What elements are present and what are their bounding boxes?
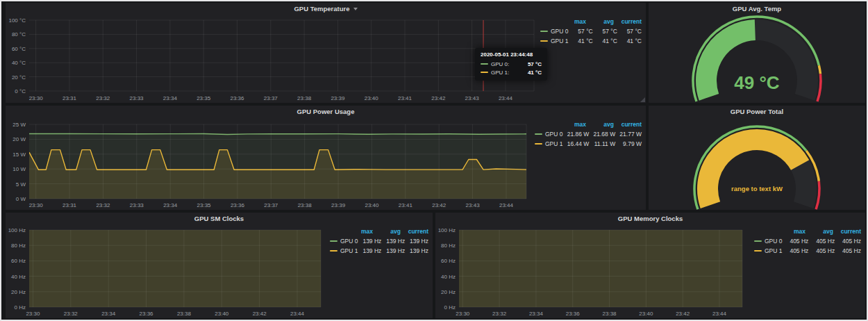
gpu-power-usage-chart[interactable]: 0 W5 W10 W15 W20 W25 W23:3023:3123:3223:…	[6, 117, 532, 210]
panel-resize-handle[interactable]	[640, 97, 645, 102]
legend-series-toggle-gpu-0[interactable]: GPU 0	[532, 131, 563, 138]
y-axis-tick: 100 °C	[8, 17, 26, 24]
legend-stat-current: 405 Hz	[835, 247, 861, 254]
panel-gpu-memory-clocks: GPU Memory Clocks 0 Hz20 Hz40 Hz60 Hz80 …	[435, 213, 865, 318]
x-axis-tick: 23:44	[712, 311, 727, 317]
legend-series-toggle-gpu-0[interactable]: GPU 0	[327, 238, 358, 245]
x-axis-tick: 23:42	[431, 95, 446, 101]
legend-series-name: GPU 0	[551, 28, 569, 35]
x-axis-tick: 23:32	[96, 202, 110, 208]
y-axis-tick: 100 Hz	[438, 227, 456, 233]
series-color-dash-icon	[540, 40, 548, 42]
x-axis-tick: 23:38	[177, 311, 192, 317]
legend-header-max[interactable]: max	[558, 121, 586, 128]
legend-header-row: maxavgcurrent	[751, 227, 861, 236]
panel-title-gpu-power-total[interactable]: GPU Power Total	[649, 106, 865, 117]
series-color-dash-icon	[754, 250, 762, 252]
panel-title-gpu-memory-clocks[interactable]: GPU Memory Clocks	[435, 213, 865, 224]
x-axis-tick: 23:30	[29, 202, 44, 208]
panel-title-gpu-temperature[interactable]: GPU Temperature	[6, 3, 646, 15]
y-axis-tick: 20 W	[12, 136, 26, 142]
legend-row-gpu-0: GPU 057 °C57 °C57 °C	[537, 26, 642, 36]
legend-stat-max: 41 °C	[569, 38, 593, 44]
y-axis-tick: 100 Hz	[8, 227, 26, 233]
panel-gpu-power-usage: GPU Power Usage 0 W5 W10 W15 W20 W25 W23…	[6, 106, 646, 210]
legend-header-current[interactable]: current	[401, 228, 428, 235]
gpu-sm-clocks-chart[interactable]: 0 Hz20 Hz40 Hz60 Hz80 Hz100 Hz23:3023:32…	[6, 224, 327, 318]
y-axis-tick: 20 Hz	[441, 289, 456, 295]
legend-series-name: GPU 0	[340, 238, 358, 245]
legend-stat-avg: 405 Hz	[808, 238, 835, 245]
panel-title-gpu-power-usage[interactable]: GPU Power Usage	[6, 106, 646, 117]
panel-title-text: GPU Temperature	[294, 5, 349, 13]
x-axis-tick: 23:43	[465, 95, 480, 101]
tooltip-series-row: GPU 0:57 °C	[481, 60, 542, 68]
legend-stat-max: 139 Hz	[358, 238, 382, 245]
tooltip-series-name: GPU 1:	[491, 69, 509, 76]
legend-header-max[interactable]: max	[345, 228, 373, 235]
x-axis-tick: 23:42	[253, 311, 267, 317]
legend-series-toggle-gpu-0[interactable]: GPU 0	[751, 238, 783, 245]
tooltip-timestamp: 2020-05-01 23:44:48	[481, 51, 542, 58]
legend-stat-max: 405 Hz	[783, 247, 809, 254]
y-axis-tick: 60 Hz	[11, 258, 26, 264]
legend-header-current[interactable]: current	[614, 121, 642, 128]
series-fill-gpu-1	[459, 224, 742, 307]
gauge-value-text: range to text kW	[731, 185, 783, 192]
series-color-dash-icon	[330, 240, 337, 242]
legend-stat-avg: 405 Hz	[808, 247, 835, 254]
y-axis-tick: 0 Hz	[444, 304, 456, 311]
legend-header-avg[interactable]: avg	[586, 18, 614, 25]
legend-series-toggle-gpu-0[interactable]: GPU 0	[537, 28, 569, 35]
legend-series-toggle-gpu-1[interactable]: GPU 1	[532, 140, 563, 147]
legend-row-gpu-0: GPU 0405 Hz405 Hz405 Hz	[751, 236, 861, 246]
x-axis-tick: 23:41	[398, 95, 412, 101]
legend-header-max[interactable]: max	[778, 228, 806, 235]
series-color-dash-icon	[540, 31, 548, 32]
legend-series-name: GPU 1	[340, 247, 358, 254]
panel-gpu-power-total: GPU Power Total range to text kW	[649, 106, 865, 210]
legend-stat-max: 21.86 W	[563, 131, 590, 138]
gpu-sm-clocks-plot: 0 Hz20 Hz40 Hz60 Hz80 Hz100 Hz23:3023:32…	[6, 224, 327, 318]
gpu-power-total-gauge: range to text kW	[649, 117, 865, 210]
x-axis-tick: 23:37	[264, 95, 278, 101]
legend-header-current[interactable]: current	[614, 18, 642, 25]
x-axis-tick: 23:40	[365, 202, 379, 208]
gpu-memory-clocks-plot: 0 Hz20 Hz40 Hz60 Hz80 Hz100 Hz23:3023:32…	[435, 224, 751, 318]
legend-header-avg[interactable]: avg	[586, 121, 614, 128]
legend-stat-avg: 11.11 W	[589, 140, 615, 147]
series-color-dash-icon	[330, 250, 337, 252]
legend-header-current[interactable]: current	[833, 228, 861, 235]
x-axis-tick: 23:34	[101, 311, 116, 317]
legend-header-max[interactable]: max	[558, 18, 586, 25]
legend-header-avg[interactable]: avg	[806, 228, 833, 235]
legend-stat-avg: 41 °C	[593, 38, 617, 44]
gpu-temperature-chart[interactable]: 2020-05-01 23:44:48 GPU 0:57 °CGPU 1:41 …	[6, 15, 537, 103]
y-axis-tick: 20 °C	[12, 74, 26, 81]
y-axis-tick: 60 Hz	[441, 258, 456, 264]
x-axis-tick: 23:41	[399, 202, 413, 208]
legend-series-toggle-gpu-1[interactable]: GPU 1	[751, 247, 783, 254]
x-axis-tick: 23:36	[230, 95, 244, 101]
panel-title-gpu-avg-temp[interactable]: GPU Avg. Temp	[649, 3, 865, 15]
chevron-down-icon	[353, 8, 358, 10]
legend-header-avg[interactable]: avg	[373, 228, 401, 235]
legend-stat-current: 139 Hz	[405, 247, 428, 254]
legend-gpu-temperature: maxavgcurrentGPU 057 °C57 °C57 °CGPU 141…	[537, 15, 646, 103]
legend-series-toggle-gpu-1[interactable]: GPU 1	[537, 38, 569, 44]
x-axis-tick: 23:42	[432, 202, 446, 208]
gpu-avg-temp-plot: 49 °C	[649, 15, 865, 103]
panel-title-text: GPU Power Total	[731, 108, 783, 115]
legend-series-name: GPU 1	[551, 38, 569, 44]
x-axis-tick: 23:34	[529, 311, 544, 317]
x-axis-tick: 23:30	[29, 95, 44, 101]
legend-stat-max: 405 Hz	[783, 238, 809, 245]
panel-title-gpu-sm-clocks[interactable]: GPU SM Clocks	[6, 213, 433, 224]
gpu-memory-clocks-chart[interactable]: 0 Hz20 Hz40 Hz60 Hz80 Hz100 Hz23:3023:32…	[435, 224, 751, 318]
legend-series-toggle-gpu-1[interactable]: GPU 1	[327, 247, 358, 254]
legend-row-gpu-0: GPU 0139 Hz139 Hz139 Hz	[327, 236, 428, 246]
x-axis-tick: 23:40	[639, 311, 653, 317]
legend-header-row: maxavgcurrent	[537, 17, 642, 26]
legend-series-name: GPU 0	[765, 238, 783, 245]
y-axis-tick: 25 W	[12, 122, 26, 128]
